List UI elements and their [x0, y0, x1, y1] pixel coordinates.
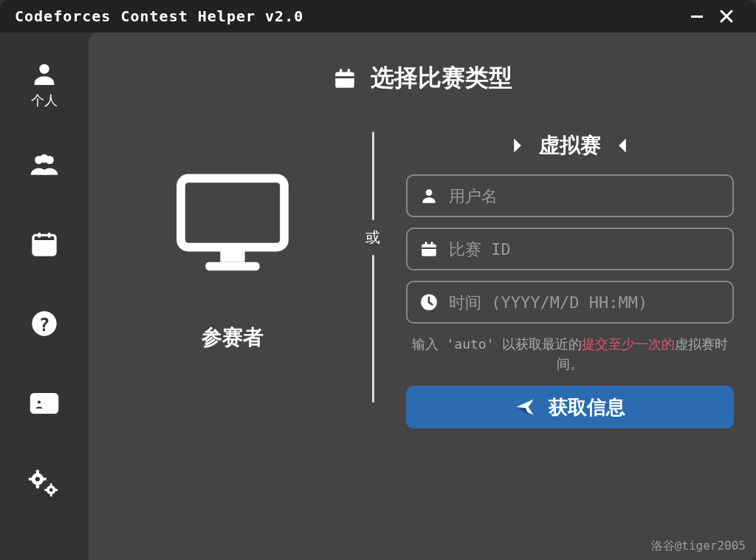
time-input[interactable]	[449, 293, 721, 312]
svg-rect-36	[348, 69, 351, 74]
svg-rect-31	[44, 489, 47, 491]
sidebar-item-personal[interactable]: 个人	[11, 47, 78, 121]
svg-point-18	[35, 477, 40, 481]
close-icon	[719, 9, 734, 24]
calendar-icon	[419, 239, 439, 259]
chevron-left-icon	[616, 137, 629, 154]
svg-rect-21	[29, 478, 32, 481]
svg-rect-43	[425, 242, 427, 245]
calendar-icon	[332, 66, 357, 91]
divider-line-top	[372, 132, 374, 220]
svg-rect-44	[431, 242, 433, 245]
question-icon: ?	[30, 309, 59, 338]
divider: 或	[354, 132, 391, 403]
sidebar: 个人 ?	[0, 33, 89, 560]
chevron-right-icon	[511, 137, 524, 154]
send-icon	[515, 397, 535, 417]
svg-rect-0	[691, 16, 703, 18]
clock-icon	[419, 293, 439, 312]
svg-rect-22	[43, 478, 47, 481]
sidebar-item-label: 个人	[31, 92, 58, 109]
watermark: 洛谷@tiger2005	[651, 539, 746, 554]
svg-point-40	[426, 189, 433, 196]
sidebar-item-calendar[interactable]	[11, 207, 78, 281]
username-input[interactable]	[449, 187, 721, 205]
svg-rect-38	[220, 247, 244, 262]
minimize-icon	[690, 9, 704, 24]
id-card-icon	[29, 388, 60, 419]
contest-id-input[interactable]	[449, 240, 721, 259]
svg-rect-15	[46, 400, 55, 402]
sidebar-item-group[interactable]	[11, 127, 78, 201]
minimize-button[interactable]	[682, 1, 712, 31]
user-icon	[419, 186, 439, 205]
svg-text:?: ?	[38, 314, 49, 335]
participant-label: 参赛者	[202, 324, 264, 352]
sidebar-item-profile[interactable]	[11, 366, 78, 440]
or-label: 或	[365, 220, 380, 255]
svg-rect-35	[340, 69, 343, 74]
page-title-text: 选择比赛类型	[371, 62, 512, 95]
svg-rect-37	[181, 178, 284, 247]
svg-rect-42	[422, 247, 436, 249]
svg-rect-41	[422, 245, 436, 256]
fetch-button[interactable]: 获取信息	[406, 386, 734, 428]
virtual-contest-label: 虚拟赛	[539, 132, 601, 160]
svg-rect-29	[50, 483, 52, 485]
svg-point-28	[49, 488, 53, 492]
divider-line-bottom	[372, 255, 374, 403]
svg-rect-8	[33, 240, 55, 242]
svg-rect-32	[55, 489, 58, 491]
svg-point-4	[40, 154, 49, 163]
user-icon	[30, 59, 59, 89]
app-title: Codeforces Contest Helper v2.0	[15, 7, 303, 25]
svg-rect-39	[205, 262, 259, 271]
close-button[interactable]	[712, 1, 741, 31]
page-title: 选择比赛类型	[111, 62, 734, 95]
participant-option[interactable]: 参赛者	[111, 132, 354, 352]
fetch-button-label: 获取信息	[549, 395, 625, 420]
time-input-box[interactable]	[406, 281, 734, 324]
svg-rect-9	[38, 233, 41, 238]
username-input-box[interactable]	[406, 174, 734, 217]
svg-rect-34	[335, 76, 354, 78]
calendar-icon	[30, 229, 59, 259]
titlebar: Codeforces Contest Helper v2.0	[0, 0, 756, 33]
monitor-icon	[170, 168, 295, 279]
svg-rect-30	[50, 494, 52, 496]
time-hint: 输入 'auto' 以获取最近的提交至少一次的虚拟赛时间。	[406, 334, 734, 374]
virtual-contest-selector[interactable]: 虚拟赛	[406, 132, 734, 160]
sidebar-item-settings[interactable]	[11, 446, 78, 520]
content: 选择比赛类型 参赛者 或 虚拟赛	[89, 33, 756, 560]
svg-point-1	[39, 64, 49, 74]
svg-rect-16	[46, 405, 55, 407]
users-icon	[28, 148, 61, 180]
gears-icon	[28, 467, 61, 499]
sidebar-item-help[interactable]: ?	[11, 287, 78, 361]
contest-id-input-box[interactable]	[406, 228, 734, 270]
svg-rect-10	[48, 233, 50, 238]
svg-rect-33	[335, 72, 354, 88]
